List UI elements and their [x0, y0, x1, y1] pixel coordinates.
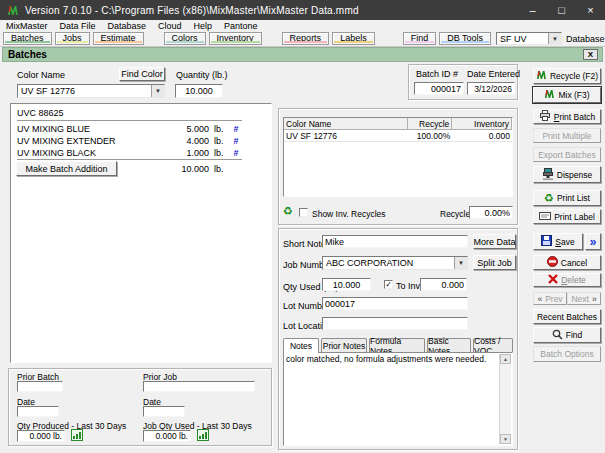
toolbar-inventory-button[interactable]: Inventory: [209, 32, 262, 45]
chevron-down-icon[interactable]: ▼: [151, 85, 164, 97]
qty-produced-input[interactable]: [17, 430, 65, 442]
grid-cell-inventory: 0.000: [452, 131, 512, 141]
scroll-up-icon[interactable]: ▲: [500, 354, 511, 364]
tab-costs-voc[interactable]: Costs / VOC: [473, 338, 513, 352]
job-number-select[interactable]: ABC CORPORATION ▼: [322, 256, 468, 270]
batch-options-button: Batch Options: [533, 346, 601, 362]
menubar: MixMaster Data File Database Cloud Help …: [0, 20, 605, 31]
dispense-button[interactable]: Dispense: [533, 166, 601, 183]
grid-cell-color-name: UV SF 12776: [284, 131, 408, 141]
close-button[interactable]: ×: [576, 0, 605, 20]
save-button[interactable]: Save: [533, 233, 583, 250]
menu-pantone[interactable]: Pantone: [218, 21, 264, 31]
grid-col-inventory[interactable]: Inventory: [452, 118, 512, 129]
window-controls: – □ ×: [518, 0, 605, 20]
menu-help[interactable]: Help: [188, 21, 219, 31]
prior-batch-input[interactable]: [17, 381, 63, 392]
prior-batch-date-input[interactable]: [17, 406, 59, 417]
grid-cell-recycle: 100.00%: [408, 131, 452, 141]
mix-button[interactable]: Mix (F3): [533, 87, 601, 103]
cancel-button[interactable]: Cancel: [533, 255, 601, 270]
recycle-grid: Color Name Recycle Inventory UV SF 12776…: [283, 117, 513, 197]
prior-job-date-input[interactable]: [143, 406, 185, 417]
jobs-stripe: [57, 41, 88, 43]
date-entered-input[interactable]: [467, 82, 515, 95]
find-stripe: [405, 41, 435, 43]
make-batch-addition-button[interactable]: Make Batch Addition: [16, 161, 117, 176]
split-job-button[interactable]: Split Job: [473, 255, 516, 270]
short-note-input[interactable]: [322, 235, 468, 248]
database-select[interactable]: SF UV ▼: [496, 32, 562, 45]
chevron-down-icon[interactable]: ▼: [548, 33, 561, 44]
inventory-link[interactable]: #: [230, 148, 242, 158]
toolbar-batches-button[interactable]: Batches: [3, 32, 52, 45]
maximize-button[interactable]: □: [547, 0, 576, 20]
tab-basic-notes[interactable]: Basic Notes: [427, 338, 471, 352]
next-batch-button[interactable]: »: [585, 233, 601, 250]
prev-button: «Prev: [533, 292, 567, 305]
recent-batches-button[interactable]: Recent Batches: [533, 309, 601, 324]
show-inv-recycles-checkbox[interactable]: [299, 208, 308, 217]
formula-row: UV MIXING BLUE 5.000 lb. #: [17, 124, 242, 134]
inventory-stripe: [211, 41, 260, 43]
chevron-right-icon: »: [592, 294, 597, 304]
batch-id-input[interactable]: [414, 82, 464, 95]
prior-job-input[interactable]: [143, 381, 255, 392]
print-batch-button[interactable]: Print Batch: [533, 109, 601, 124]
panel-close-button[interactable]: X: [583, 49, 598, 60]
grid-row[interactable]: UV SF 12776 100.00% 0.000: [284, 130, 512, 142]
recycle-button[interactable]: Recycle (F2): [533, 68, 601, 84]
print-label-button[interactable]: Print Label: [533, 209, 601, 224]
menu-mixmaster[interactable]: MixMaster: [0, 21, 54, 31]
inventory-link[interactable]: #: [230, 124, 242, 134]
toolbar-reports-button[interactable]: Reports: [282, 32, 330, 45]
find-color-button[interactable]: Find Color: [119, 67, 165, 81]
scroll-down-icon[interactable]: ▼: [500, 434, 511, 444]
job-qty-used-input[interactable]: [143, 430, 191, 442]
tab-formula-notes[interactable]: Formula Notes: [369, 338, 425, 352]
chart-icon[interactable]: [71, 429, 83, 443]
menu-cloud[interactable]: Cloud: [152, 21, 188, 31]
chevron-right-icon: »: [590, 236, 597, 248]
grid-col-recycle[interactable]: Recycle: [408, 118, 452, 129]
toolbar-jobs-button[interactable]: Jobs: [55, 32, 90, 45]
minimize-button[interactable]: –: [518, 0, 547, 20]
quantity-input[interactable]: [175, 84, 223, 98]
toolbar-db-tools-button[interactable]: DB Tools: [439, 32, 491, 45]
notes-scrollbar[interactable]: ▲ ▼: [499, 354, 511, 444]
labels-stripe: [334, 41, 373, 43]
menu-data-file[interactable]: Data File: [54, 21, 102, 31]
app-window: Version 7.0.10 - C:\Program Files (x86)\…: [0, 0, 605, 453]
toolbar-estimate-button[interactable]: Estimate: [93, 32, 144, 45]
recycle-icon: ♻: [283, 206, 293, 217]
print-list-button[interactable]: ♻ Print List: [533, 190, 601, 206]
batch-id-label: Batch ID #: [416, 69, 458, 79]
toolbar-labels-button[interactable]: Labels: [332, 32, 375, 45]
more-data-button[interactable]: More Data: [473, 234, 516, 249]
grid-col-color-name[interactable]: Color Name: [284, 118, 408, 129]
chevron-down-icon[interactable]: ▼: [454, 257, 467, 269]
recycled-input[interactable]: [469, 206, 513, 219]
chart-icon[interactable]: [197, 429, 209, 443]
tab-prior-notes[interactable]: Prior Notes: [321, 338, 367, 352]
find-button[interactable]: Find: [533, 327, 601, 343]
window-title: Version 7.0.10 - C:\Program Files (x86)\…: [25, 5, 359, 16]
lot-number-input[interactable]: [322, 297, 468, 310]
lot-location-input[interactable]: [322, 317, 468, 330]
batches-panel-header: Batches X: [2, 47, 603, 62]
inventory-link[interactable]: #: [230, 136, 242, 146]
tab-notes[interactable]: Notes: [283, 338, 319, 353]
to-inv-qty-input[interactable]: [420, 278, 467, 291]
to-inv-checkbox[interactable]: ✓: [384, 280, 393, 289]
qty-used-input[interactable]: [322, 278, 371, 291]
total-qty: 10.000: [165, 164, 209, 174]
ingredient-unit: lb.: [209, 136, 230, 146]
notes-textarea[interactable]: color matched, no formula adjustments we…: [283, 352, 513, 446]
total-unit: lb.: [209, 164, 230, 174]
toolbar-colors-button[interactable]: Colors: [164, 32, 206, 45]
check-icon: ✓: [385, 281, 392, 289]
color-name-select[interactable]: UV SF 12776 ▼: [17, 84, 165, 98]
menu-database[interactable]: Database: [102, 21, 153, 31]
colors-stripe: [166, 41, 204, 43]
toolbar-find-button[interactable]: Find: [403, 32, 437, 45]
